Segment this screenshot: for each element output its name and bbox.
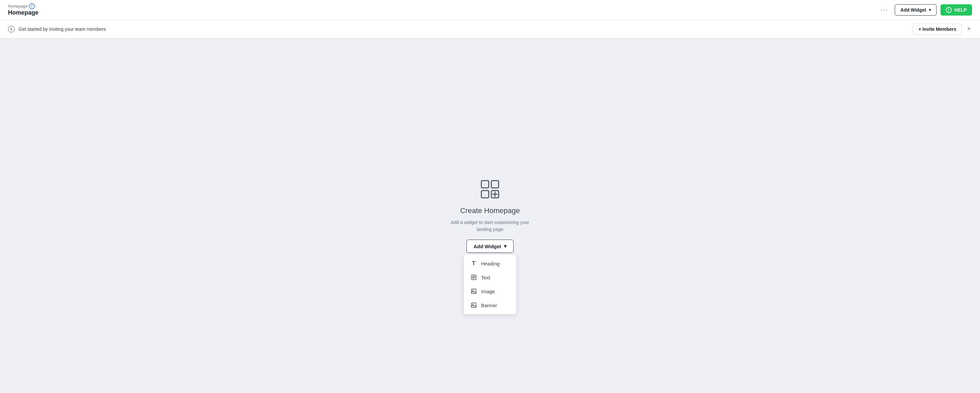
dropdown-item-image[interactable]: Image (464, 284, 516, 298)
invite-banner: i Get started by inviting your team memb… (0, 20, 980, 38)
breadcrumb-text: Homepage (8, 4, 27, 9)
help-icon: ? (946, 7, 952, 13)
svg-rect-0 (481, 181, 489, 188)
dropdown-item-heading-label: Heading (481, 261, 500, 266)
text-doc-icon (471, 274, 477, 280)
dropdown-item-banner-label: Banner (481, 303, 497, 308)
image-icon (471, 288, 477, 294)
grid-plus-icon (479, 179, 501, 200)
dropdown-item-text[interactable]: Text (464, 270, 516, 284)
add-widget-header-button[interactable]: Add Widget ▾ (895, 4, 937, 16)
svg-rect-1 (491, 181, 499, 188)
header-right: ··· Add Widget ▾ ? HELP (878, 4, 972, 16)
banner-info-icon: i (8, 26, 14, 32)
dropdown-item-image-label: Image (481, 288, 495, 294)
banner-message: Get started by inviting your team member… (19, 27, 106, 32)
banner-actions: + Invite Members × (913, 24, 972, 35)
create-homepage-title: Create Homepage (460, 206, 520, 215)
more-options-button[interactable]: ··· (878, 5, 891, 15)
svg-point-11 (473, 290, 473, 291)
help-button[interactable]: ? HELP (940, 4, 972, 16)
heading-icon: T (471, 260, 477, 266)
banner-message-area: i Get started by inviting your team memb… (8, 26, 106, 32)
invite-members-button[interactable]: + Invite Members (913, 24, 962, 35)
dropdown-item-text-label: Text (481, 275, 490, 280)
svg-point-13 (473, 304, 473, 305)
banner-icon (471, 302, 477, 308)
page-title: Homepage (8, 9, 38, 16)
svg-rect-2 (481, 190, 489, 198)
create-homepage-container: Create Homepage Add a widget to start cu… (447, 179, 533, 253)
chevron-down-icon: ▾ (504, 243, 507, 249)
main-content: Create Homepage Add a widget to start cu… (0, 38, 980, 393)
chevron-down-icon: ▾ (929, 8, 931, 12)
dropdown-item-banner[interactable]: Banner (464, 298, 516, 312)
info-icon[interactable]: i (29, 3, 35, 9)
dropdown-item-heading[interactable]: T Heading (464, 257, 516, 270)
widget-dropdown-menu: T Heading Text (463, 254, 517, 314)
header-left: Homepage i Homepage (8, 3, 38, 16)
create-homepage-description: Add a widget to start customizing your l… (447, 219, 533, 233)
header: Homepage i Homepage ··· Add Widget ▾ ? H… (0, 0, 980, 20)
add-widget-center-button[interactable]: Add Widget ▾ (466, 239, 513, 253)
close-banner-button[interactable]: × (966, 24, 972, 34)
add-widget-center-wrapper: Add Widget ▾ T Heading (466, 237, 513, 253)
breadcrumb: Homepage i (8, 3, 38, 9)
